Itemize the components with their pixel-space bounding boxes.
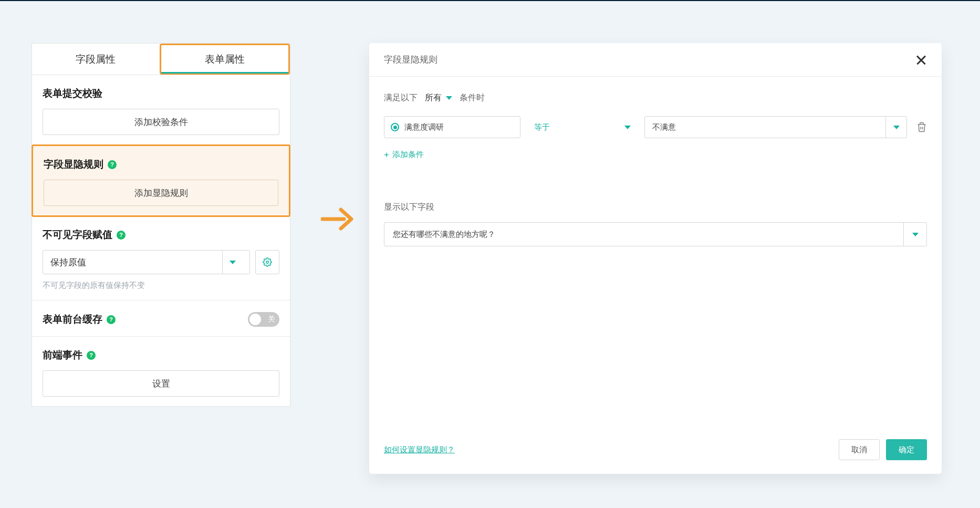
cache-toggle[interactable]: 关 (248, 312, 279, 327)
help-icon[interactable]: ? (108, 160, 117, 169)
section-submit-check: 表单提交校验 添加校验条件 (32, 75, 290, 145)
field-name: 满意度调研 (404, 122, 444, 132)
title-text: 前端事件 (43, 348, 82, 362)
scope-value: 所有 (425, 92, 442, 103)
chevron-down-icon (222, 251, 242, 274)
tab-form-props[interactable]: 表单属性 (160, 44, 290, 75)
chevron-down-icon (903, 223, 926, 246)
section-hidden-assign: 不可见字段赋值 ? 保持原值 不可见字段的原有值保持不变 (32, 216, 290, 300)
section-visibility-rule: 字段显隐规则 ? 添加显隐规则 (32, 144, 290, 217)
chevron-down-icon (446, 96, 452, 100)
title-text: 表单前台缓存 (43, 313, 102, 326)
modal-title: 字段显隐规则 (384, 54, 437, 66)
condition-field-select[interactable]: 满意度调研 (384, 116, 520, 138)
chevron-down-icon (885, 117, 906, 138)
condition-scope-select[interactable]: 所有 (425, 92, 452, 103)
show-fields-select[interactable]: 您还有哪些不满意的地方呢？ (384, 222, 927, 246)
help-icon[interactable]: ? (87, 351, 96, 360)
radio-icon (391, 123, 399, 131)
delete-icon[interactable] (916, 122, 927, 132)
add-condition-label: 添加条件 (392, 150, 424, 160)
toggle-label: 关 (268, 315, 275, 324)
show-fields-label: 显示以下字段 (384, 202, 927, 213)
help-link[interactable]: 如何设置显隐规则？ (384, 445, 455, 455)
modal-body: 满足以下 所有 条件时 满意度调研 等于 不满意 (369, 77, 942, 439)
add-check-condition-button[interactable]: 添加校验条件 (43, 109, 279, 135)
section-title-cache: 表单前台缓存 ? (43, 313, 116, 326)
cond-suffix: 条件时 (460, 92, 485, 103)
title-text: 字段显隐规则 (44, 158, 103, 171)
select-value: 保持原值 (50, 256, 86, 268)
section-title-hidden-assign: 不可见字段赋值 ? (43, 228, 279, 242)
visibility-rule-modal: 字段显隐规则 满足以下 所有 条件时 满意度调研 等于 (369, 43, 942, 474)
frontend-event-settings-button[interactable]: 设置 (43, 370, 279, 397)
close-icon[interactable] (915, 54, 927, 66)
help-icon[interactable]: ? (117, 231, 126, 240)
section-title-frontend-event: 前端事件 ? (43, 348, 279, 362)
condition-row: 满意度调研 等于 不满意 (384, 116, 927, 138)
add-condition-button[interactable]: + 添加条件 (384, 150, 927, 160)
title-text: 不可见字段赋值 (43, 228, 112, 242)
section-title-visibility-rule: 字段显隐规则 ? (44, 158, 278, 171)
condition-operator-select[interactable]: 等于 (530, 122, 635, 132)
plus-icon: + (384, 150, 389, 159)
section-title-submit-check: 表单提交校验 (43, 87, 279, 100)
operator-value: 等于 (534, 122, 550, 132)
condition-sentence: 满足以下 所有 条件时 (384, 92, 927, 103)
gear-icon (263, 257, 272, 267)
form-props-panel: 字段属性 表单属性 表单提交校验 添加校验条件 字段显隐规则 ? 添加显隐规则 … (32, 43, 290, 407)
section-frontend-event: 前端事件 ? 设置 (32, 337, 290, 406)
tabs: 字段属性 表单属性 (32, 44, 290, 75)
settings-button[interactable] (255, 250, 279, 274)
svg-point-0 (266, 261, 269, 264)
help-icon[interactable]: ? (107, 315, 116, 324)
confirm-button[interactable]: 确定 (886, 439, 927, 460)
cancel-button[interactable]: 取消 (839, 439, 880, 460)
arrow-icon (311, 206, 364, 232)
toggle-knob (249, 314, 261, 325)
cond-prefix: 满足以下 (384, 92, 418, 103)
value-text: 不满意 (652, 122, 676, 132)
chevron-down-icon (624, 126, 631, 129)
hidden-assign-select[interactable]: 保持原值 (43, 250, 250, 274)
add-visibility-rule-button[interactable]: 添加显隐规则 (44, 180, 278, 206)
modal-footer: 如何设置显隐规则？ 取消 确定 (369, 439, 942, 474)
section-cache: 表单前台缓存 ? 关 (32, 300, 290, 337)
hidden-assign-hint: 不可见字段的原有值保持不变 (43, 281, 279, 291)
show-field-value: 您还有哪些不满意的地方呢？ (393, 230, 495, 240)
condition-value-select[interactable]: 不满意 (644, 116, 907, 138)
modal-header: 字段显隐规则 (369, 43, 942, 77)
tab-field-props[interactable]: 字段属性 (32, 44, 160, 75)
